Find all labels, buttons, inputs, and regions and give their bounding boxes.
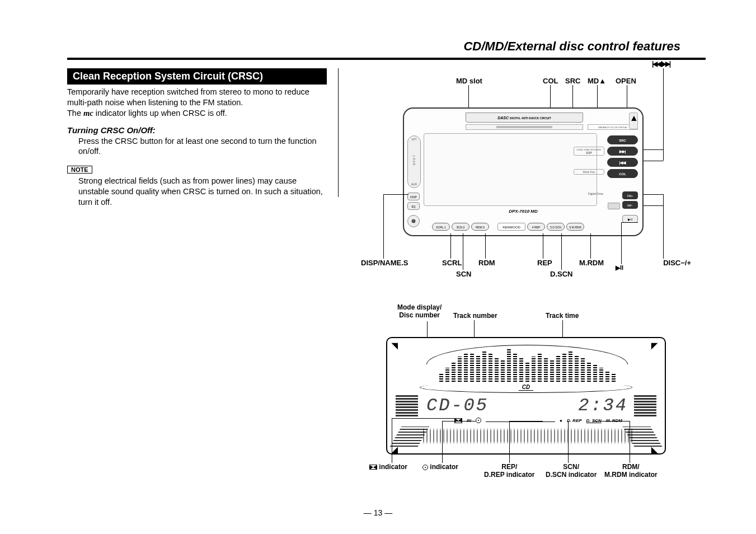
disc-indicator-text: indicator xyxy=(430,463,458,471)
num-btn-3: RDM 3 xyxy=(471,223,489,231)
callout-mode-disc: Mode display/ Disc number xyxy=(397,303,442,320)
line-playpause-h xyxy=(621,222,638,223)
callout-playpause: ▶II xyxy=(616,264,623,271)
callout-track-time: Track time xyxy=(546,312,579,320)
digital-drive-label: Digital Drive xyxy=(588,193,603,195)
lcd-line-rdm xyxy=(630,421,630,463)
mc-icon: mc xyxy=(83,109,93,118)
bottom-bars-center xyxy=(421,428,633,444)
line-disp xyxy=(383,194,384,259)
callout-rep-indicator: REP/ D.REP indicator xyxy=(484,463,534,479)
line-dscn xyxy=(561,233,562,270)
crsc-description: Temporarily have reception switched from… xyxy=(67,87,327,119)
dial-att: ATT xyxy=(411,138,416,141)
dasc-bar: DASC DIGITAL ANTI-SHOCK CIRCUIT xyxy=(466,113,583,123)
callout-dolby-indicator: indicator xyxy=(369,463,407,471)
src-button: SRC xyxy=(607,135,638,144)
track-time-display: 2:34 xyxy=(578,395,628,416)
line-track-v2 xyxy=(663,149,664,161)
line-disp-h xyxy=(383,194,408,195)
left-dial: ATT L O A D AUD xyxy=(407,135,421,188)
section-header-crsc: Clean Reception System Circuit (CRSC) xyxy=(67,68,327,85)
line-rdm xyxy=(485,233,486,259)
line-mrdm xyxy=(590,233,591,259)
lcd-line-dolby-h xyxy=(392,418,456,419)
lcd-corner-tl: ◥ xyxy=(392,341,401,346)
col-button: COL xyxy=(607,169,638,178)
dial-load: L O A D xyxy=(412,156,416,165)
lcd-diagram: Mode display/ Disc number Track number T… xyxy=(367,303,680,494)
num-btn-1: SCRL 1 xyxy=(432,223,450,231)
line-playpause xyxy=(621,222,622,264)
fm-button: FM+ xyxy=(622,191,638,199)
in-indicator: IN xyxy=(467,418,471,423)
page-title: CD/MD/External disc control features xyxy=(463,39,680,54)
dasc-sublabel: DIGITAL ANTI-SHOCK CIRCUIT xyxy=(510,116,551,120)
line-track-h2 xyxy=(644,161,663,161)
callout-dscn: D.SCN xyxy=(550,270,572,278)
num-btn-4: 4 REP xyxy=(527,223,545,231)
callout-src: SRC xyxy=(565,77,580,85)
line-track xyxy=(663,68,664,149)
lcd-line-discin xyxy=(442,421,443,463)
dolby-icon-label xyxy=(369,465,377,470)
num-btn-2: SCN 2 xyxy=(452,223,469,231)
cd-indicator-label: CD xyxy=(519,384,533,391)
line-open xyxy=(627,85,627,110)
disc-icon-label xyxy=(422,465,428,470)
next-button: ▶▶| xyxy=(607,147,638,156)
dial-aud: AUD xyxy=(411,182,417,186)
disp-button: DISP xyxy=(407,193,420,200)
line-disc-h2 xyxy=(644,205,663,206)
num-btn-5: 5 D.SCN xyxy=(547,223,565,231)
page-number: — 13 — xyxy=(364,508,392,517)
device-diagram: MD slot COL SRC MD▲ OPEN |◀◀/▶▶| DISC− xyxy=(367,68,680,287)
screen-area xyxy=(424,133,597,206)
lcd-line-scn xyxy=(568,421,569,463)
callout-scn: SCN xyxy=(456,270,471,278)
eq-right xyxy=(634,394,656,416)
callout-rdm-indicator: RDM/ M.RDM indicator xyxy=(604,463,658,479)
callout-col: COL xyxy=(543,77,558,85)
eq-button: EQ xyxy=(407,202,420,210)
callout-mrdm: M.RDM xyxy=(579,259,604,267)
lcd-line-discin-h xyxy=(442,421,476,421)
crsc-instruction: Press the CRSC button for at least one s… xyxy=(78,136,327,157)
mrdm-indicator: M. RDM xyxy=(606,418,622,423)
open-button-graphic: ▲ xyxy=(629,113,638,129)
disc-number-display: CD-05 xyxy=(426,395,489,416)
dsp-label-box: DIGITAL SIGNAL PROCESSING DSP xyxy=(574,147,604,156)
line-rep xyxy=(543,233,543,259)
lcd-line-rep xyxy=(509,421,510,463)
line-scrl xyxy=(450,233,451,259)
dscn-indicator: D. SCN xyxy=(586,418,602,423)
head-unit: DASC DIGITAL ANTI-SHOCK CIRCUIT VARIABLE… xyxy=(403,107,644,236)
callout-track-number: Track number xyxy=(453,312,497,320)
callout-track-skip: |◀◀/▶▶| xyxy=(652,60,670,68)
num-btn-6: 6 M.RDM xyxy=(566,223,584,231)
line-disc-v2 xyxy=(663,194,664,205)
am-button: AM− xyxy=(622,201,638,209)
disc-in-icon xyxy=(476,418,481,423)
crsc-subhead: Turning CRSC On/Off: xyxy=(67,125,327,135)
callout-open: OPEN xyxy=(616,77,636,85)
note-text: Strong electrical fields (such as from p… xyxy=(78,176,327,208)
callout-md-slot: MD slot xyxy=(456,77,482,85)
play-pause-button: ▶II xyxy=(622,215,638,223)
callout-scn-indicator: SCN/ D.SCN indicator xyxy=(546,463,597,479)
kenwood-badge: KENWOOD xyxy=(497,223,525,231)
indicator-row: IN ● D. REP D. SCN M. RDM xyxy=(454,418,622,423)
crsc-body-line2-suffix: indicator lights up when CRSC is off. xyxy=(93,109,227,118)
drep-indicator: D. REP xyxy=(567,418,582,423)
line-scn xyxy=(463,233,463,270)
dolby-indicator-text: indicator xyxy=(379,463,407,471)
system-icon xyxy=(608,203,620,209)
dasc-label: DASC xyxy=(497,116,509,120)
model-label: DPX-7010 MD xyxy=(509,209,538,214)
volume-knob xyxy=(407,215,420,227)
callout-disc-indicator: indicator xyxy=(422,463,458,471)
eq-left xyxy=(396,394,418,416)
lcd-line-rdm-h xyxy=(593,421,630,421)
crsc-body-line1: Temporarily have reception switched from… xyxy=(67,87,309,107)
title-divider xyxy=(67,58,706,60)
